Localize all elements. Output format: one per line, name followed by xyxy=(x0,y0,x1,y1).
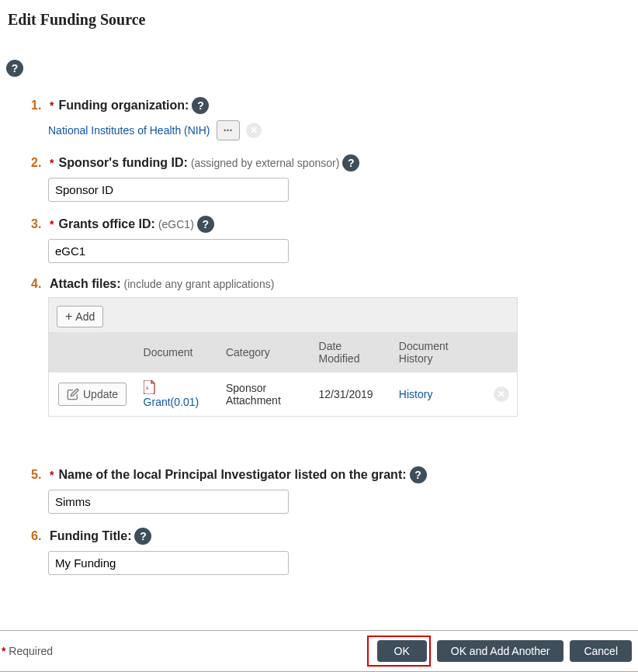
field-label: Grants office ID: xyxy=(58,217,154,231)
col-header-category: Category xyxy=(218,332,311,372)
funding-title-input[interactable] xyxy=(48,551,289,575)
required-marker: * xyxy=(50,157,54,169)
attachment-category: Sponsor Attachment xyxy=(218,372,311,416)
field-number: 1. xyxy=(31,99,47,113)
field-number: 2. xyxy=(31,156,47,170)
col-header-date: Date Modified xyxy=(311,332,391,372)
field-number: 4. xyxy=(31,277,47,291)
field-funding-title: 6. Funding Title: ? xyxy=(31,528,630,575)
field-label: Name of the local Principal Investigator… xyxy=(58,468,406,482)
funding-org-link[interactable]: National Institutes of Health (NIH) xyxy=(48,124,210,137)
svg-text:λ: λ xyxy=(146,386,149,390)
attachment-date: 12/31/2019 xyxy=(311,372,391,416)
field-hint: (assigned by external sponsor) xyxy=(191,157,339,169)
field-hint: (include any grant applications) xyxy=(124,278,275,290)
help-icon[interactable]: ? xyxy=(134,528,151,545)
pi-name-input[interactable] xyxy=(48,490,289,514)
required-footnote: * Required xyxy=(2,645,53,657)
field-label: Funding Title: xyxy=(50,529,131,543)
pdf-icon: λ xyxy=(144,380,156,394)
table-row: Update λ Grant(0.01) Sponsor Attachm xyxy=(49,372,517,416)
grants-office-id-input[interactable] xyxy=(48,239,289,263)
help-icon[interactable]: ? xyxy=(197,216,214,233)
add-label: Add xyxy=(75,310,95,323)
update-label: Update xyxy=(83,388,118,400)
field-label: Funding organization: xyxy=(58,99,189,113)
field-pi-name: 5. * Name of the local Principal Investi… xyxy=(31,466,630,514)
field-label: Sponsor's funding ID: xyxy=(58,156,187,170)
required-marker: * xyxy=(50,469,54,481)
field-funding-organization: 1. * Funding organization: ? National In… xyxy=(31,97,630,140)
field-number: 5. xyxy=(31,468,47,482)
attachment-doc-link[interactable]: Grant(0.01) xyxy=(144,396,199,408)
col-header-history: Document History xyxy=(391,332,486,372)
update-attachment-button[interactable]: Update xyxy=(58,383,127,406)
required-marker: * xyxy=(50,218,54,230)
ok-highlight-box: OK xyxy=(367,636,431,667)
field-hint: (eGC1) xyxy=(158,218,194,230)
page-title: Edit Funding Source xyxy=(8,11,630,29)
field-sponsor-funding-id: 2. * Sponsor's funding ID: (assigned by … xyxy=(31,154,630,202)
ok-and-add-another-button[interactable]: OK and Add Another xyxy=(437,640,564,662)
footer-bar: * Required OK OK and Add Another Cancel xyxy=(0,630,638,672)
help-icon[interactable]: ? xyxy=(342,154,359,171)
field-number: 6. xyxy=(31,529,47,543)
attachment-history-link[interactable]: History xyxy=(399,388,433,400)
field-grants-office-id: 3. * Grants office ID: (eGC1) ? xyxy=(31,216,630,263)
field-label: Attach files: xyxy=(50,277,121,291)
field-attach-files: 4. Attach files: (include any grant appl… xyxy=(31,277,630,417)
edit-icon xyxy=(67,388,79,400)
ok-button[interactable]: OK xyxy=(377,640,427,662)
attachments-table: + Add Document Category Date Modified Do… xyxy=(48,297,518,417)
clear-icon[interactable]: ✕ xyxy=(246,123,262,138)
ellipsis-picker-button[interactable]: ··· xyxy=(217,120,240,140)
required-marker: * xyxy=(50,99,54,112)
attachments-header-row: Document Category Date Modified Document… xyxy=(49,332,517,372)
help-icon[interactable]: ? xyxy=(410,466,427,483)
sponsor-id-input[interactable] xyxy=(48,178,289,202)
help-page-icon[interactable]: ? xyxy=(6,60,23,77)
delete-attachment-icon[interactable]: ✕ xyxy=(494,386,509,402)
field-number: 3. xyxy=(31,217,47,231)
col-header-document: Document xyxy=(136,332,218,372)
cancel-button[interactable]: Cancel xyxy=(570,640,632,662)
plus-icon: + xyxy=(65,310,72,323)
help-icon[interactable]: ? xyxy=(192,97,209,114)
add-attachment-button[interactable]: + Add xyxy=(57,306,103,327)
